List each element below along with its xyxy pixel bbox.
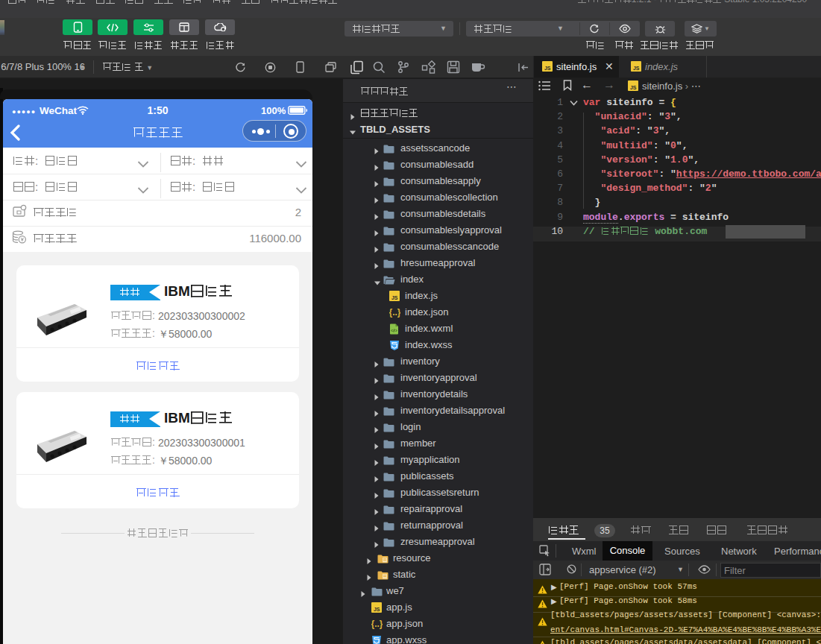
svg-text:JS: JS [544,66,551,71]
svg-text:JS: JS [374,607,380,612]
svg-text:{..}: {..} [371,619,383,629]
svg-text:{..}: {..} [389,307,400,318]
svg-text:JS: JS [633,66,640,71]
svg-text:JS: JS [391,295,398,300]
svg-text:JS: JS [630,85,637,90]
